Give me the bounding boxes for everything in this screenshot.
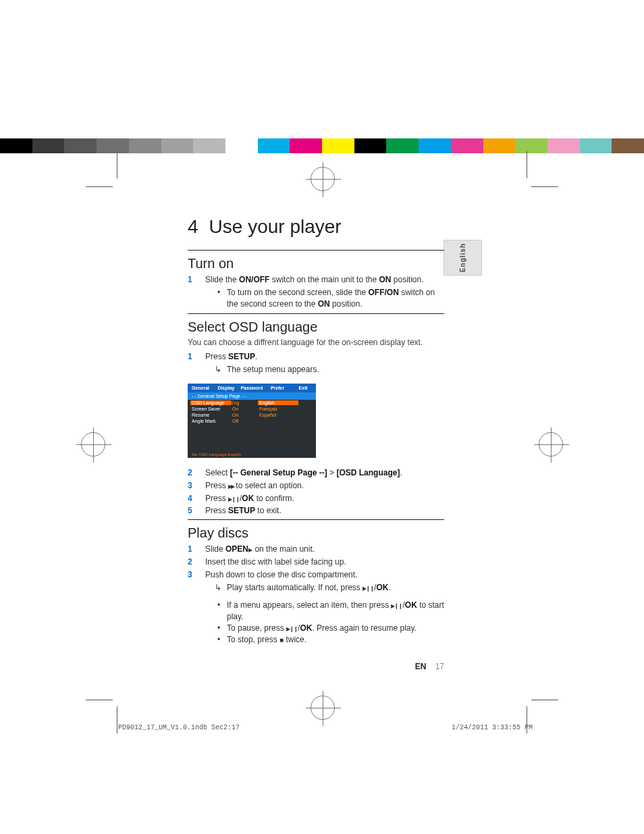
color-swatch: [419, 138, 451, 153]
osd-row: OSD LanguageEngEnglish: [188, 400, 316, 406]
registration-mark-bottom: [311, 696, 335, 720]
color-swatch: [483, 138, 516, 153]
crop-mark-br: [499, 687, 539, 728]
play-steps: 1 Slide OPEN on the main unit. 2 Insert …: [188, 544, 444, 646]
rule: [188, 313, 444, 314]
step: 2 Insert the disc with label side facing…: [188, 556, 444, 568]
osd-tab: General: [188, 384, 213, 392]
substep: To pause, press /OK. Press again to resu…: [217, 623, 444, 634]
registration-mark-right: [539, 432, 563, 457]
osd-subhead: - - General Setup Page - -: [188, 392, 316, 400]
step: 1 Slide OPEN on the main unit.: [188, 544, 444, 555]
osd-tab: Display: [213, 384, 239, 392]
chapter-number: 4: [188, 216, 198, 238]
color-swatch: [64, 138, 97, 153]
crop-mark-bl: [105, 687, 145, 728]
step: 4 Press /OK to confirm.: [188, 493, 444, 504]
osd-row: Screen SaverOnFrançais: [188, 406, 316, 412]
color-swatch: [32, 138, 65, 153]
section-play-heading: Play discs: [188, 525, 444, 541]
color-swatch: [225, 138, 258, 153]
color-swatch: [547, 138, 580, 153]
turn-on-steps: 1 Slide the ON/OFF switch on the main un…: [188, 274, 444, 311]
color-swatch: [580, 138, 612, 153]
registration-mark-top: [311, 167, 335, 191]
color-swatch: [354, 138, 387, 153]
osd-tab: Exit: [290, 384, 316, 392]
chapter-heading: 4 Use your player: [188, 216, 444, 238]
color-calibration-bar: [0, 138, 644, 153]
color-swatch: [161, 138, 194, 153]
color-swatch: [290, 138, 322, 153]
substep: If a menu appears, select an item, then …: [217, 600, 444, 623]
registration-mark-left: [81, 432, 105, 457]
osd-screenshot: GeneralDisplayPasswordPreferExit - - Gen…: [188, 384, 316, 458]
play-pause-icon: [286, 623, 298, 633]
substep: To stop, press twice.: [217, 634, 444, 646]
imprint-timestamp: 1/24/2011 3:33:55 PM: [452, 724, 533, 731]
rule: [188, 250, 444, 251]
crop-mark-tr: [499, 158, 539, 199]
section-turn-on-heading: Turn on: [188, 256, 444, 271]
substep: The setup menu appears.: [217, 364, 444, 375]
language-tab: English: [444, 240, 482, 276]
step: 1 Press SETUP. The setup menu appears.: [188, 351, 444, 377]
color-swatch: [129, 138, 161, 153]
color-swatch: [386, 138, 419, 153]
step: 5 Press SETUP to exit.: [188, 505, 444, 517]
substep: To turn on the second screen, slide the …: [217, 287, 444, 310]
osd-tab: Password: [239, 384, 265, 392]
chapter-title: Use your player: [209, 216, 342, 238]
color-swatch: [612, 138, 644, 153]
play-pause-icon: [363, 583, 374, 592]
color-swatch: [258, 138, 290, 153]
osd-footer-text: Set OSD Language English: [192, 452, 241, 457]
substep: Play starts automatically. If not, press…: [217, 582, 444, 594]
color-swatch: [451, 138, 483, 153]
color-swatch: [193, 138, 225, 153]
osd-row: Angle MarkOff: [188, 418, 316, 424]
footer-page-number: 17: [435, 662, 444, 671]
color-swatch: [97, 138, 129, 153]
osd-row: ResumeOnEspañol: [188, 412, 316, 418]
section-osd-heading: Select OSD language: [188, 319, 444, 335]
osd-tab: Prefer: [265, 384, 290, 392]
crop-mark-tl: [105, 158, 145, 199]
color-swatch: [322, 138, 354, 153]
step: 3 Press to select an option.: [188, 480, 444, 492]
play-pause-icon: [228, 494, 240, 503]
osd-intro: You can choose a diffrent language for t…: [188, 338, 444, 347]
play-pause-icon: [391, 600, 402, 610]
footer-lang: EN: [415, 662, 427, 671]
color-swatch: [0, 138, 32, 153]
fast-forward-icon: [228, 481, 234, 490]
step: 3 Push down to close the disc compartmen…: [188, 569, 444, 647]
imprint-file: PD9012_17_UM_V1.0.indb Sec2:17: [118, 724, 240, 731]
step: 1 Slide the ON/OFF switch on the main un…: [188, 274, 444, 311]
page-footer: EN 17: [188, 662, 444, 671]
color-swatch: [515, 138, 547, 153]
rule: [188, 519, 444, 520]
osd-steps: 1 Press SETUP. The setup menu appears.: [188, 351, 444, 377]
step: 2 Select [-- General Setup Page --] > [O…: [188, 467, 444, 479]
page-content: 4 Use your player Turn on 1 Slide the ON…: [188, 216, 444, 650]
osd-steps-cont: 2 Select [-- General Setup Page --] > [O…: [188, 467, 444, 517]
